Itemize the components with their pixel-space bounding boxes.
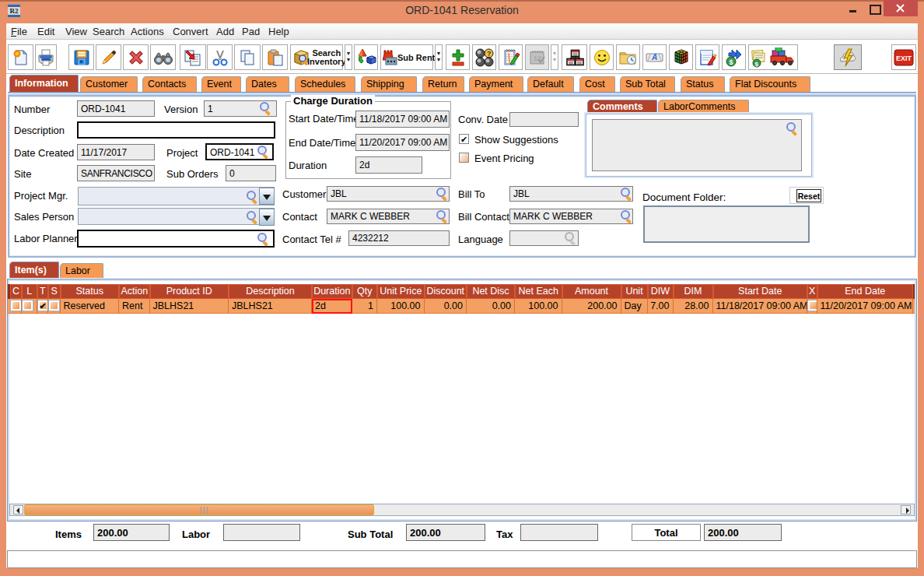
svg-text:$: $	[729, 58, 733, 66]
svg-text:$: $	[755, 60, 759, 67]
svg-text:A: A	[651, 53, 657, 61]
svg-text:?: ?	[487, 50, 492, 58]
svg-text:EXIT: EXIT	[896, 54, 912, 62]
